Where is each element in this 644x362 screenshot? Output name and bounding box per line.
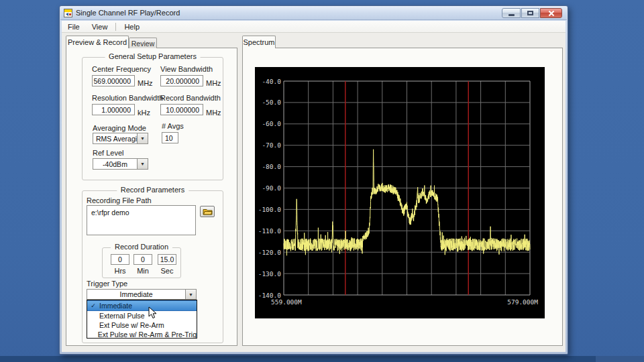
view-bandwidth-unit: MHz bbox=[206, 79, 221, 87]
center-frequency-label: Center Frequency bbox=[92, 65, 151, 73]
app-window: Single Channel RF Play/Record File View … bbox=[59, 5, 568, 355]
ref-level-label: Ref Level bbox=[93, 149, 123, 157]
chevron-down-icon[interactable]: ▼ bbox=[185, 290, 196, 299]
averaging-mode-value: RMS Averaging bbox=[93, 133, 137, 143]
chevron-down-icon[interactable]: ▼ bbox=[137, 159, 148, 169]
ref-level-dropdown[interactable]: -40dBm ▼ bbox=[93, 158, 148, 170]
maximize-button[interactable] bbox=[521, 8, 539, 18]
num-avgs-label: # Avgs bbox=[162, 122, 184, 130]
general-setup-title: General Setup Parameters bbox=[105, 52, 201, 60]
y-tick-label: -90.0 bbox=[262, 184, 281, 192]
trigger-option-label: Immediate bbox=[99, 302, 132, 310]
y-tick-label: -110.0 bbox=[258, 227, 282, 235]
tab-preview-record[interactable]: Preview & Record bbox=[66, 36, 129, 48]
recording-file-path-input[interactable]: e:\rfpr demo bbox=[87, 205, 196, 235]
y-tick-label: -50.0 bbox=[262, 99, 281, 106]
y-tick-label: -120.0 bbox=[258, 249, 282, 256]
view-bandwidth-label: View Bandwidth bbox=[160, 65, 213, 73]
y-tick-label: -100.0 bbox=[258, 206, 282, 213]
browse-folder-button[interactable] bbox=[200, 206, 215, 217]
recording-file-path-label: Recording File Path bbox=[87, 196, 152, 204]
menu-bar: File View Help bbox=[62, 21, 566, 33]
averaging-mode-label: Averaging Mode bbox=[93, 124, 146, 132]
taskbar-strip bbox=[0, 356, 644, 362]
x-tick-label-right: 579.000M bbox=[507, 298, 538, 306]
view-bandwidth-input[interactable]: 20.000000 bbox=[160, 75, 203, 86]
averaging-mode-dropdown[interactable]: RMS Averaging ▼ bbox=[93, 133, 148, 144]
resolution-bandwidth-input[interactable]: 1.000000 bbox=[92, 104, 135, 115]
duration-hours-input[interactable]: 0 bbox=[111, 254, 129, 265]
checkmark-icon: ✓ bbox=[87, 302, 99, 309]
num-avgs-input[interactable]: 10 bbox=[162, 132, 178, 143]
minimize-icon bbox=[508, 14, 515, 16]
record-params-title: Record Parameters bbox=[117, 186, 189, 194]
center-frequency-input[interactable]: 569.000000 bbox=[92, 75, 135, 86]
record-bandwidth-label: Record Bandwidth bbox=[160, 94, 221, 102]
x-tick-label-left: 559.000M bbox=[271, 298, 302, 306]
tab-review[interactable]: Review bbox=[129, 38, 157, 48]
duration-minutes-label: Min bbox=[133, 267, 152, 275]
y-tick-label: -40.0 bbox=[262, 78, 281, 85]
window-client-area: File View Help Preview & Record Review G… bbox=[62, 21, 566, 352]
close-button[interactable] bbox=[540, 8, 562, 18]
menu-view[interactable]: View bbox=[86, 22, 114, 32]
duration-seconds-label: Sec bbox=[158, 267, 176, 275]
trigger-option[interactable]: ✓Immediate bbox=[87, 300, 197, 311]
trigger-option[interactable]: External Pulse bbox=[87, 311, 197, 320]
y-tick-label: -60.0 bbox=[262, 120, 281, 127]
record-bandwidth-unit: MHz bbox=[206, 109, 221, 117]
spectrum-plot: -40.0-50.0-60.0-70.0-80.0-90.0-100.0-110… bbox=[255, 67, 545, 318]
ref-level-value: -40dBm bbox=[93, 159, 137, 169]
center-frequency-unit: MHz bbox=[138, 79, 153, 87]
record-bandwidth-input[interactable]: 10.000000 bbox=[160, 104, 203, 115]
spectrum-page: -40.0-50.0-60.0-70.0-80.0-90.0-100.0-110… bbox=[242, 48, 563, 346]
window-title: Single Channel RF Play/Record bbox=[76, 9, 180, 17]
y-tick-label: -130.0 bbox=[258, 270, 282, 278]
resolution-bandwidth-unit: kHz bbox=[138, 109, 150, 117]
trigger-type-value: Immediate bbox=[87, 290, 185, 299]
menu-help[interactable]: Help bbox=[118, 22, 146, 32]
titlebar[interactable]: Single Channel RF Play/Record bbox=[60, 6, 567, 20]
app-icon bbox=[64, 9, 72, 17]
duration-seconds-input[interactable]: 15.0 bbox=[158, 254, 176, 265]
minimize-button[interactable] bbox=[502, 8, 521, 18]
mouse-cursor bbox=[148, 306, 158, 320]
trigger-option-label: Ext Pulse w/ Re-Arm bbox=[99, 321, 164, 329]
folder-icon bbox=[203, 208, 213, 215]
desktop: Single Channel RF Play/Record File View … bbox=[0, 0, 644, 362]
preview-record-page: General Setup Parameters Center Frequenc… bbox=[66, 48, 237, 346]
maximize-icon bbox=[527, 11, 533, 15]
trigger-type-open-list: ✓ImmediateExternal PulseExt Pulse w/ Re-… bbox=[87, 300, 197, 339]
tab-spectrum[interactable]: Spectrum bbox=[242, 36, 276, 48]
spectrum-chart: -40.0-50.0-60.0-70.0-80.0-90.0-100.0-110… bbox=[255, 67, 545, 318]
close-icon bbox=[548, 10, 554, 16]
duration-minutes-input[interactable]: 0 bbox=[133, 254, 152, 265]
duration-hours-label: Hrs bbox=[111, 267, 129, 275]
y-tick-label: -140.0 bbox=[258, 292, 282, 299]
trigger-type-dropdown[interactable]: Immediate ▼ bbox=[87, 289, 197, 300]
trigger-option-label: Ext Pulse w/ Re-Arm & Pre-Trig bbox=[98, 330, 197, 339]
chevron-down-icon[interactable]: ▼ bbox=[137, 133, 148, 143]
menu-file[interactable]: File bbox=[62, 22, 86, 32]
trigger-option[interactable]: Ext Pulse w/ Re-Arm & Pre-Trig bbox=[87, 330, 197, 339]
menu-separator bbox=[115, 23, 116, 31]
trigger-type-label: Trigger Type bbox=[87, 280, 127, 288]
trigger-option-label: External Pulse bbox=[99, 312, 145, 320]
trigger-option[interactable]: Ext Pulse w/ Re-Arm bbox=[87, 320, 197, 330]
y-tick-label: -80.0 bbox=[262, 163, 281, 170]
record-duration-title: Record Duration bbox=[111, 243, 172, 251]
taskbar-strip-end bbox=[596, 356, 644, 362]
resolution-bandwidth-label: Resolution Bandwidth bbox=[92, 94, 163, 102]
y-tick-label: -70.0 bbox=[262, 141, 281, 149]
